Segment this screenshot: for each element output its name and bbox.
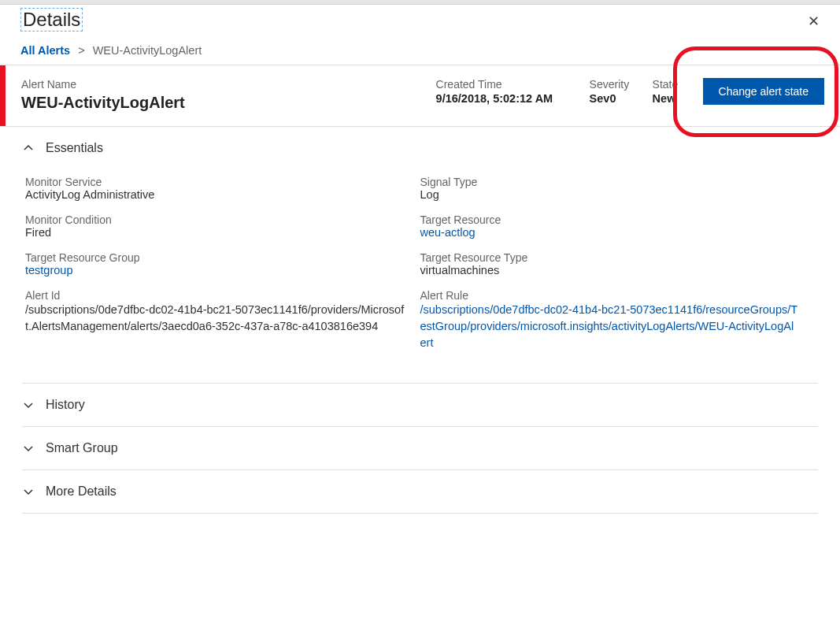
severity-value: Sev0	[590, 92, 653, 105]
target-resource-group-link[interactable]: testgroup	[25, 264, 405, 276]
chevron-down-icon	[22, 443, 35, 453]
chevron-down-icon	[22, 400, 35, 410]
target-resource-link[interactable]: weu-actlog	[420, 226, 800, 239]
essentials-body: Monitor Service ActivityLog Administrati…	[22, 161, 818, 384]
breadcrumb: All Alerts > WEU-ActivityLogAlert	[0, 32, 840, 65]
breadcrumb-separator: >	[78, 44, 84, 57]
state-value: New	[653, 92, 692, 105]
target-resource-type-value: virtualmachines	[420, 264, 800, 276]
alert-name-value: WEU-ActivityLogAlert	[21, 94, 436, 112]
section-essentials-title: Essentials	[46, 141, 103, 155]
monitor-condition-value: Fired	[25, 226, 405, 239]
breadcrumb-all-alerts[interactable]: All Alerts	[20, 44, 70, 57]
section-history-header[interactable]: History	[22, 384, 818, 427]
section-essentials-header[interactable]: Essentials	[22, 127, 818, 161]
section-history-title: History	[46, 398, 85, 412]
target-resource-type-label: Target Resource Type	[420, 251, 800, 264]
created-time-label: Created Time	[436, 78, 590, 91]
monitor-service-value: ActivityLog Administrative	[25, 188, 405, 201]
alert-id-label: Alert Id	[25, 289, 405, 302]
section-smart-group-header[interactable]: Smart Group	[22, 427, 818, 470]
section-more-details-header[interactable]: More Details	[22, 470, 818, 514]
section-more-details-title: More Details	[46, 484, 117, 499]
alert-name-label: Alert Name	[21, 78, 436, 91]
page-title: Details	[20, 8, 83, 32]
section-smart-group-title: Smart Group	[46, 441, 118, 455]
chevron-down-icon	[22, 487, 35, 496]
signal-type-label: Signal Type	[420, 176, 800, 188]
monitor-condition-label: Monitor Condition	[25, 213, 405, 226]
target-resource-group-label: Target Resource Group	[25, 251, 405, 264]
chevron-up-icon	[22, 143, 35, 153]
alert-rule-label: Alert Rule	[420, 289, 800, 302]
breadcrumb-current: WEU-ActivityLogAlert	[93, 44, 202, 57]
summary-bar: Alert Name WEU-ActivityLogAlert Created …	[0, 65, 840, 126]
created-time-value: 9/16/2018, 5:02:12 AM	[436, 92, 590, 105]
signal-type-value: Log	[420, 188, 800, 201]
monitor-service-label: Monitor Service	[25, 176, 405, 188]
close-icon[interactable]: ✕	[808, 8, 827, 30]
alert-id-value: /subscriptions/0de7dfbc-dc02-41b4-bc21-5…	[25, 302, 405, 335]
change-alert-state-button[interactable]: Change alert state	[703, 78, 824, 105]
alert-rule-link[interactable]: /subscriptions/0de7dfbc-dc02-41b4-bc21-5…	[420, 302, 800, 351]
state-label: State	[653, 78, 692, 91]
target-resource-label: Target Resource	[420, 213, 800, 226]
severity-label: Severity	[590, 78, 653, 91]
